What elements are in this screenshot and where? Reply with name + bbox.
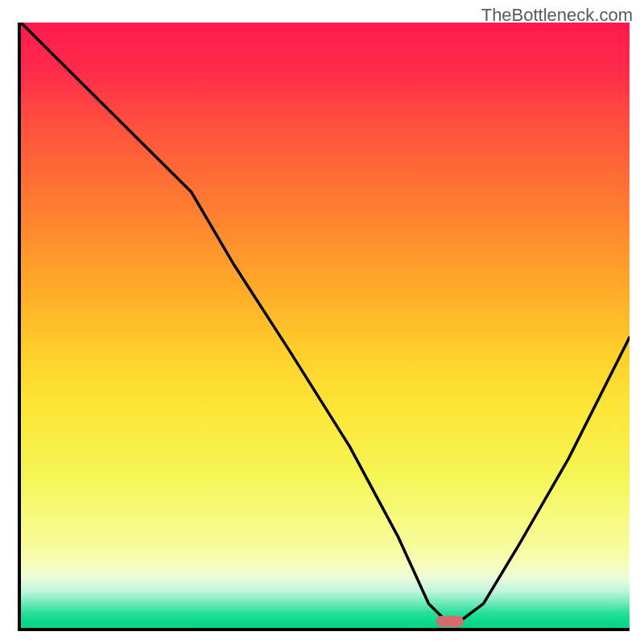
optimal-marker bbox=[436, 616, 464, 627]
bottleneck-curve bbox=[21, 23, 630, 628]
chart-container: TheBottleneck.com bbox=[0, 0, 644, 644]
watermark-text: TheBottleneck.com bbox=[481, 5, 633, 26]
plot-area bbox=[18, 23, 630, 631]
